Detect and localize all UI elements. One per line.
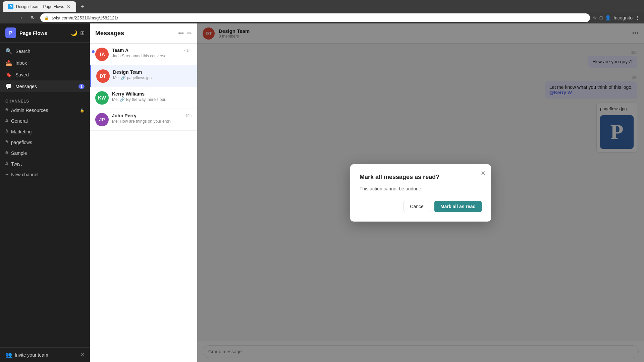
forward-button[interactable]: → (16, 13, 25, 22)
channel-name-marketing: Marketing (11, 129, 85, 134)
sidebar-header: P Page Flows 🌙 ⊞ (0, 23, 90, 43)
message-preview-team-a: Jada S renamed this conversa... (112, 54, 192, 58)
messages-icon: 💬 (5, 83, 12, 89)
search-icon: 🔍 (5, 48, 12, 54)
channel-name-pageflows: pageflows (11, 140, 85, 145)
dismiss-invite-button[interactable]: ✕ (80, 352, 85, 358)
layout-icon[interactable]: ⊞ (80, 30, 85, 36)
sidebar-channel-marketing[interactable]: # Marketing (0, 126, 90, 137)
message-item-design-team[interactable]: DT Design Team Me: 🔗 pageflows.jpg (90, 65, 197, 87)
cancel-button[interactable]: Cancel (404, 201, 431, 212)
more-options-icon[interactable]: ••• (178, 30, 184, 37)
inbox-icon: 📥 (5, 60, 12, 66)
sidebar-footer: 👥 Invite your team ✕ (0, 347, 90, 362)
moon-icon[interactable]: 🌙 (71, 30, 77, 36)
invite-team-label[interactable]: Invite your team (15, 352, 77, 358)
avatar-design-team: DT (96, 69, 110, 83)
sidebar-item-search[interactable]: 🔍 Search (0, 45, 90, 57)
message-time-team-a: <1m (184, 48, 192, 52)
message-content-kerry: Kerry Williams Me: 🔗 By the way, here's … (112, 91, 192, 102)
hash-icon: # (5, 161, 8, 167)
sidebar-new-channel[interactable]: + New channel (0, 169, 90, 180)
messages-list-header: Messages ••• ✏ (90, 23, 197, 44)
mark-all-read-button[interactable]: Mark all as read (434, 201, 482, 212)
channel-name-admin-resources: Admin Resources (11, 108, 77, 113)
sidebar-channel-pageflows[interactable]: # pageflows (0, 137, 90, 148)
unread-indicator (92, 50, 95, 53)
sidebar-header-icons: 🌙 ⊞ (71, 30, 85, 36)
sidebar-item-saved[interactable]: 🔖 Saved (0, 69, 90, 80)
message-content-design-team: Design Team Me: 🔗 pageflows.jpg (113, 69, 192, 80)
sidebar-channel-sample[interactable]: # Sample (0, 148, 90, 159)
sidebar-item-inbox[interactable]: 📥 Inbox (0, 57, 90, 69)
channels-section-title: Channels (0, 95, 90, 105)
active-tab[interactable]: P Design Team - Page Flows ✕ (3, 1, 76, 12)
messages-list-header-icons: ••• ✏ (178, 30, 192, 37)
sidebar-nav: 🔍 Search 📥 Inbox 🔖 Saved 💬 Messages 1 (0, 43, 90, 95)
hash-icon: # (5, 139, 8, 145)
tab-favicon: P (8, 4, 13, 9)
sidebar: P Page Flows 🌙 ⊞ 🔍 Search 📥 Inbox 🔖 Save… (0, 23, 90, 362)
channel-name-twist: Twist (11, 161, 85, 167)
sidebar-channel-twist[interactable]: # Twist (0, 159, 90, 169)
message-sender-kerry: Kerry Williams (112, 91, 145, 97)
messages-label: Messages (15, 84, 37, 89)
lock-icon: 🔒 (44, 16, 49, 20)
sidebar-channel-admin-resources[interactable]: # Admin Resources 🔒 (0, 105, 90, 116)
url-text: twist.com/a/225310/msg/1582121/ (52, 15, 118, 20)
compose-icon[interactable]: ✏ (187, 30, 192, 37)
hash-icon: # (5, 118, 8, 124)
avatar-kerry: KW (95, 91, 109, 105)
message-preview-kerry: Me: 🔗 By the way, here's our... (112, 97, 192, 102)
menu-icon[interactable]: ⋮ (635, 15, 640, 20)
channel-name-general: General (11, 118, 85, 124)
message-sender-design-team: Design Team (113, 69, 142, 75)
hash-icon: # (5, 150, 8, 156)
message-content-john: John Perry 19h Me: How are things on you… (112, 113, 192, 124)
message-item-team-a[interactable]: TA Team A <1m Jada S renamed this conver… (90, 44, 197, 65)
message-sender-john: John Perry (112, 113, 137, 118)
app-icon: P (5, 27, 16, 38)
hash-icon: # (5, 129, 8, 135)
new-channel-label: New channel (11, 172, 85, 177)
modal-title: Mark all messages as read? (360, 174, 482, 181)
sidebar-channel-general[interactable]: # General (0, 116, 90, 126)
extension-icon[interactable]: □ (600, 15, 602, 20)
message-item-john[interactable]: JP John Perry 19h Me: How are things on … (90, 109, 197, 131)
modal-close-button[interactable]: ✕ (481, 170, 486, 177)
messages-list-title: Messages (95, 30, 124, 37)
tab-title: Design Team - Page Flows (16, 4, 64, 9)
inbox-label: Inbox (15, 60, 27, 66)
browser-actions: ☆ □ 👤 Incognito ⋮ (593, 15, 640, 20)
new-tab-button[interactable]: + (77, 2, 87, 11)
message-sender-team-a: Team A (112, 48, 128, 53)
modal-overlay: ✕ Mark all messages as read? This action… (197, 23, 644, 362)
avatar-team-a: TA (95, 48, 109, 61)
incognito-label: Incognito (613, 15, 633, 20)
message-preview-design-team: Me: 🔗 pageflows.jpg (113, 75, 192, 80)
tab-close-button[interactable]: ✕ (67, 4, 71, 9)
message-item-kerry[interactable]: KW Kerry Williams Me: 🔗 By the way, here… (90, 87, 197, 109)
modal-body: This action cannot be undone. (360, 186, 482, 191)
sidebar-item-messages[interactable]: 💬 Messages 1 (0, 80, 90, 92)
messages-badge: 1 (78, 84, 85, 89)
modal-dialog: ✕ Mark all messages as read? This action… (350, 164, 491, 222)
message-time-john: 19h (185, 114, 192, 118)
search-label: Search (15, 49, 30, 54)
messages-list-panel: Messages ••• ✏ TA Team A <1m Jada S rena… (90, 23, 197, 362)
message-preview-john: Me: How are things on your end? (112, 119, 192, 124)
address-bar[interactable]: 🔒 twist.com/a/225310/msg/1582121/ (40, 13, 590, 22)
profile-icon[interactable]: 👤 (605, 15, 611, 20)
back-button[interactable]: ← (4, 13, 13, 22)
workspace-name: Page Flows (19, 30, 67, 36)
plus-icon: + (5, 172, 8, 178)
saved-icon: 🔖 (5, 71, 12, 78)
avatar-john: JP (95, 113, 109, 126)
add-team-icon: 👥 (5, 352, 12, 358)
hash-icon: # (5, 107, 8, 113)
bookmark-icon[interactable]: ☆ (593, 15, 597, 20)
message-content-team-a: Team A <1m Jada S renamed this conversa.… (112, 48, 192, 58)
modal-actions: Cancel Mark all as read (360, 201, 482, 212)
chat-panel: ✕ Mark all messages as read? This action… (197, 23, 644, 362)
refresh-button[interactable]: ↻ (28, 13, 38, 22)
